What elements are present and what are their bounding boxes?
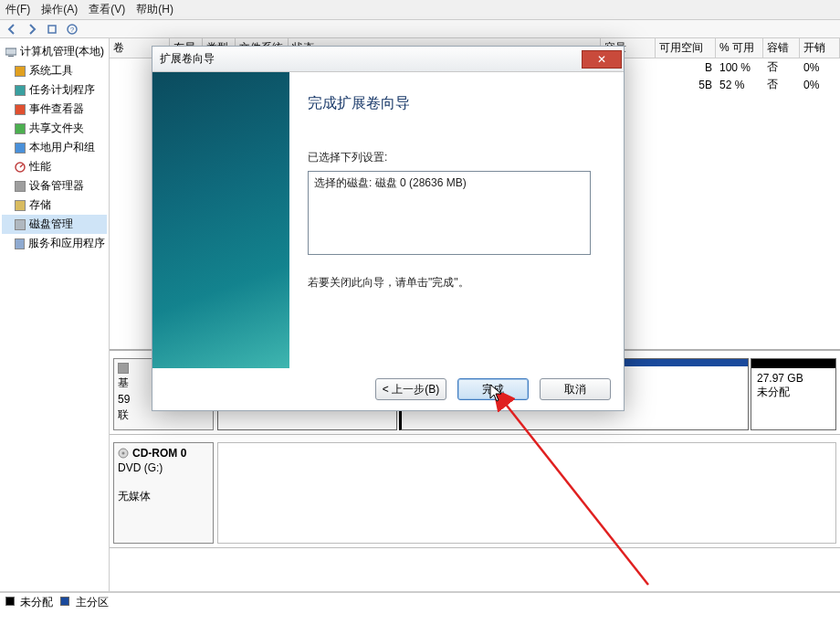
help-icon[interactable]: ? [66,23,79,36]
perf-icon [15,162,26,173]
tree-storage-label: 存储 [29,197,51,213]
cdrom-icon [118,448,129,459]
cell-fault: 否 [763,58,800,77]
cell-pct: 100 % [716,59,763,76]
shared-icon [15,123,26,134]
tree-scheduler-label: 任务计划程序 [29,82,95,98]
forward-icon[interactable] [26,23,38,36]
event-icon [15,104,26,115]
col-free[interactable]: 可用空间 [656,38,716,58]
tree-shared[interactable]: 共享文件夹 [2,119,107,138]
wizard-note: 若要关闭此向导，请单击"完成"。 [308,275,605,291]
cdrom-drive: DVD (G:) [118,461,209,474]
col-ovh[interactable]: 开销 [800,38,840,58]
wizard-title-text: 扩展卷向导 [160,51,215,67]
tree-storage[interactable]: 存储 [2,196,107,215]
tree-root[interactable]: 计算机管理(本地) [2,42,107,61]
cdrom-name: CD-ROM 0 [132,447,186,460]
wizard-content: 完成扩展卷向导 已选择下列设置: 选择的磁盘: 磁盘 0 (28636 MB) … [289,72,624,368]
wizard-settings-label: 已选择下列设置: [308,150,605,165]
svg-rect-0 [48,26,56,33]
devmgr-icon [15,181,26,192]
wizard-listbox-item: 选择的磁盘: 磁盘 0 (28636 MB) [314,175,584,191]
computer-icon [5,47,16,58]
menu-file[interactable]: 件(F) [5,2,30,17]
close-button[interactable]: ✕ [582,50,622,69]
tree-perf-label: 性能 [29,159,51,175]
cell-ovh: 0% [800,59,840,76]
cdrom-part-empty[interactable] [217,442,836,544]
col-fault[interactable]: 容错 [763,38,800,58]
wizard-settings-listbox[interactable]: 选择的磁盘: 磁盘 0 (28636 MB) [308,171,591,255]
legend-swatch-primary [60,597,69,606]
back-icon[interactable] [5,23,18,36]
svg-text:?: ? [70,26,75,34]
tree-devmgr[interactable]: 设备管理器 [2,176,107,196]
tools-icon [15,66,26,77]
cell-ovh: 0% [800,77,840,93]
part-size: 27.97 GB [757,372,830,385]
tree-diskmgmt[interactable]: 磁盘管理 [2,215,107,234]
cdrom-status: 无媒体 [118,489,209,504]
svg-point-7 [122,452,125,455]
diskmgmt-icon [15,219,26,230]
tree-devmgr-label: 设备管理器 [29,178,84,194]
nav-tree: 计算机管理(本地) 系统工具 任务计划程序 事件查看器 共享文件夹 本地用户和组… [0,38,110,591]
menu-help[interactable]: 帮助(H) [136,2,173,17]
storage-icon [15,200,26,211]
tree-eventviewer-label: 事件查看器 [29,101,84,117]
tree-scheduler[interactable]: 任务计划程序 [2,80,107,100]
cell-fault: 否 [763,75,800,94]
tree-localusers[interactable]: 本地用户和组 [2,138,107,157]
close-icon: ✕ [597,53,606,66]
cell-free: 5B [656,77,716,93]
tree-root-label: 计算机管理(本地) [20,44,104,59]
cdrom-label[interactable]: CD-ROM 0 DVD (G:) 无媒体 [113,442,214,544]
cancel-button[interactable]: 取消 [540,378,611,400]
tree-localusers-label: 本地用户和组 [29,140,95,155]
users-icon [15,143,26,153]
finish-button[interactable]: 完成 [457,378,529,400]
svg-rect-3 [5,48,16,55]
wizard-buttons: < 上一步(B) 完成 取消 [152,368,624,410]
disk0-part-unalloc[interactable]: 27.97 GB 未分配 [751,358,836,430]
menu-action[interactable]: 操作(A) [41,2,78,17]
disk-icon [118,363,129,374]
tree-systools-label: 系统工具 [29,63,73,79]
part-status: 未分配 [757,385,830,400]
legend-swatch-unalloc [5,597,15,606]
back-button[interactable]: < 上一步(B) [375,378,446,400]
scheduler-icon [15,85,26,96]
legend-primary: 主分区 [76,596,109,609]
tree-shared-label: 共享文件夹 [29,121,84,136]
tree-services[interactable]: 服务和应用程序 [2,234,107,253]
wizard-heading: 完成扩展卷向导 [308,94,605,113]
legend: 未分配 主分区 [0,592,840,612]
cell-pct: 52 % [716,77,763,93]
services-icon [15,238,25,249]
wizard-sidebar-graphic [152,72,289,368]
tree-diskmgmt-label: 磁盘管理 [29,217,73,232]
cell-free: B [656,59,716,76]
menu-view[interactable]: 查看(V) [89,2,125,17]
wizard-dialog: 扩展卷向导 ✕ 完成扩展卷向导 已选择下列设置: 选择的磁盘: 磁盘 0 (28… [152,46,625,411]
col-pct[interactable]: % 可用 [716,38,763,58]
tree-perf[interactable]: 性能 [2,157,107,176]
wizard-titlebar[interactable]: 扩展卷向导 ✕ [152,47,624,72]
tree-services-label: 服务和应用程序 [28,236,105,251]
menubar: 件(F) 操作(A) 查看(V) 帮助(H) [0,0,840,20]
disk-row-cdrom: CD-ROM 0 DVD (G:) 无媒体 [110,439,840,548]
tree-systools[interactable]: 系统工具 [2,61,107,80]
refresh-icon[interactable] [46,23,58,36]
tree-eventviewer[interactable]: 事件查看器 [2,100,107,119]
legend-unalloc: 未分配 [20,596,53,609]
toolbar: ? [0,20,840,38]
svg-rect-4 [8,56,14,57]
